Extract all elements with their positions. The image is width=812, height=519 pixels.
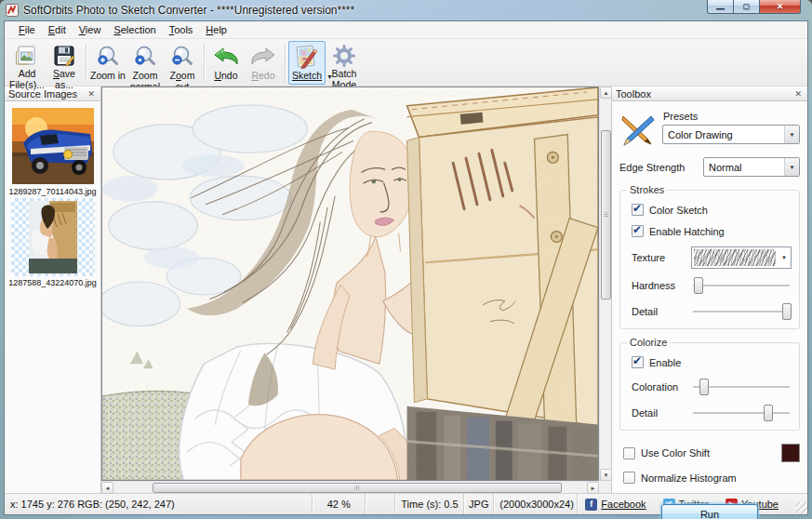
thumbnail-item-selected[interactable]: 1287588_43224070.jpg [8, 198, 98, 287]
slider-thumb[interactable] [764, 405, 773, 421]
add-files-button[interactable]: Add File(s)... [8, 41, 46, 85]
presets-dropdown[interactable]: Color Drawing ▼ [662, 125, 800, 144]
strokes-detail-label: Detail [632, 306, 691, 317]
normalize-histogram-checkbox[interactable] [623, 472, 635, 484]
colorize-detail-label: Detail [632, 407, 691, 419]
menu-file[interactable]: File [12, 22, 42, 37]
app-icon [6, 4, 19, 17]
slider-thumb[interactable] [782, 303, 792, 320]
normalize-histogram-label: Normalize Histogram [641, 472, 737, 484]
app-window: SoftOrbits Photo to Sketch Converter - *… [0, 0, 812, 519]
scroll-up-icon[interactable]: ▲ [600, 86, 612, 99]
menu-help[interactable]: Help [199, 22, 233, 37]
redo-button[interactable]: Redo [245, 41, 282, 85]
facebook-icon: f [585, 499, 597, 511]
run-button[interactable]: Run [661, 504, 758, 519]
scroll-right-icon[interactable]: ► [587, 482, 599, 494]
thumbnail-filename: 1287588_43224070.jpg [8, 278, 97, 287]
add-files-icon [15, 45, 39, 67]
horizontal-scrollbar-thumb[interactable] [153, 483, 562, 493]
menu-bar: File Edit View Selection Tools Help [5, 21, 807, 39]
toolbox-panel: Toolbox ✕ Presets [611, 86, 807, 493]
thumbnail-item[interactable]: 1289287_70114043.jpg [8, 107, 98, 196]
color-shift-swatch[interactable] [781, 444, 800, 462]
toolbox-close-icon[interactable]: ✕ [792, 89, 804, 99]
color-sketch-checkbox[interactable]: Color Sketch [632, 204, 792, 216]
enable-hatching-label: Enable Hatching [649, 226, 725, 237]
colorize-enable-checkbox[interactable]: Enable [632, 356, 792, 368]
texture-label: Texture [632, 252, 691, 263]
coloration-label: Coloration [632, 381, 691, 393]
use-color-shift-label: Use Color Shift [641, 447, 710, 459]
strokes-detail-slider[interactable] [691, 302, 792, 321]
menu-selection[interactable]: Selection [107, 22, 162, 37]
window-title: SoftOrbits Photo to Sketch Converter - *… [23, 4, 354, 17]
vertical-scrollbar-thumb[interactable] [601, 130, 611, 299]
edge-strength-label: Edge Strength [619, 162, 703, 173]
hardness-slider[interactable] [691, 276, 792, 295]
menu-edit[interactable]: Edit [42, 22, 73, 37]
menu-tools[interactable]: Tools [163, 22, 200, 37]
color-sketch-label: Color Sketch [649, 205, 708, 216]
zoom-in-button[interactable]: Zoom in [89, 41, 126, 85]
texture-preview [694, 249, 776, 266]
close-button[interactable]: ✕ [759, 0, 801, 14]
toolbar-separator [204, 44, 205, 82]
toolbar: Add File(s)... Save as... [5, 39, 807, 86]
zoom-out-icon [170, 45, 194, 69]
sketch-icon [294, 45, 320, 69]
vertical-scrollbar[interactable]: ▲ ▼ [599, 86, 611, 481]
toolbar-overflow-icon[interactable]: ▼ [326, 73, 333, 80]
toolbox-header: Toolbox ✕ [612, 86, 807, 101]
canvas-area: ▲ ▼ ◄ ► [101, 86, 611, 493]
presets-value: Color Drawing [663, 126, 784, 143]
slider-thumb[interactable] [699, 379, 709, 395]
presets-label: Presets [663, 111, 800, 122]
strokes-group: Strokes Color Sketch Enable Hatching Tex… [619, 190, 800, 329]
zoom-level-status: 42 % [313, 494, 366, 514]
hardness-label: Hardness [632, 280, 691, 291]
chevron-down-icon[interactable]: ▼ [778, 247, 791, 268]
enable-hatching-checkbox[interactable]: Enable Hatching [632, 225, 792, 237]
scroll-down-icon[interactable]: ▼ [600, 469, 612, 481]
sketch-preview-image[interactable] [101, 86, 599, 481]
toolbar-separator [285, 44, 286, 82]
texture-dropdown[interactable]: ▼ [691, 246, 792, 269]
menu-view[interactable]: View [73, 22, 108, 37]
scroll-left-icon[interactable]: ◄ [101, 482, 113, 494]
save-as-button[interactable]: Save as... [46, 41, 83, 85]
coloration-slider[interactable] [691, 378, 792, 396]
colorize-enable-label: Enable [649, 357, 681, 368]
gear-icon [333, 45, 355, 67]
thumbnail-list: 1289287_70114043.jpg [5, 101, 100, 291]
minimize-button[interactable]: — [707, 0, 734, 14]
status-empty-cell [366, 494, 395, 514]
cursor-position-status: x: 1745 y: 276 RGB: (250, 242, 247) [5, 494, 313, 514]
use-color-shift-checkbox[interactable] [623, 447, 635, 459]
redo-icon [250, 45, 276, 69]
toolbox-title: Toolbox [616, 88, 792, 100]
source-panel-close-icon[interactable]: ✕ [86, 89, 97, 99]
zoom-out-button[interactable]: Zoom out [164, 41, 201, 85]
colorize-detail-slider[interactable] [691, 404, 792, 422]
chevron-down-icon[interactable]: ▼ [784, 126, 799, 143]
thumbnail-truck-image[interactable] [11, 107, 95, 185]
image-dimensions-status: (2000x3000x24) [494, 494, 578, 514]
edge-strength-dropdown[interactable]: Normal ▼ [703, 157, 800, 177]
horizontal-scrollbar[interactable]: ◄ ► [101, 481, 599, 493]
undo-button[interactable]: Undo [207, 41, 245, 85]
thumbnail-filename: 1289287_70114043.jpg [9, 187, 97, 196]
zoom-normal-button[interactable]: Zoom normal [126, 41, 164, 85]
sketch-button[interactable]: Sketch [288, 41, 326, 85]
chevron-down-icon[interactable]: ▼ [784, 158, 799, 176]
checkbox-icon[interactable] [632, 225, 644, 237]
toolbar-separator [86, 44, 87, 82]
checkbox-icon[interactable] [632, 356, 644, 368]
processing-time-status: Time (s): 0.5 [395, 494, 464, 514]
colorize-group: Colorize Enable Coloration Deta [619, 342, 800, 431]
slider-thumb[interactable] [694, 277, 703, 294]
checkbox-icon[interactable] [632, 204, 644, 216]
maximize-button[interactable]: ▢ [734, 0, 759, 14]
thumbnail-portrait-image[interactable] [11, 198, 95, 276]
title-bar[interactable]: SoftOrbits Photo to Sketch Converter - *… [0, 0, 812, 20]
